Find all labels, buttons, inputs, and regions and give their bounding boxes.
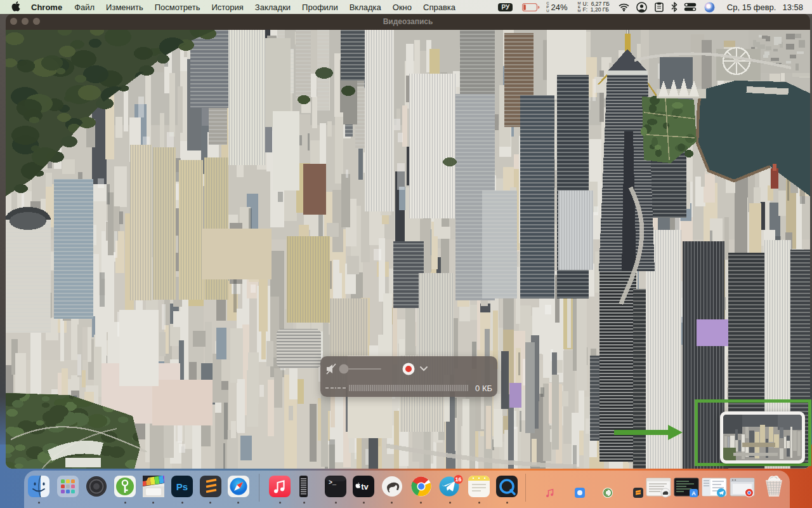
svg-text:tv: tv — [361, 482, 369, 491]
svg-text:A: A — [691, 490, 696, 497]
svg-text:Ps: Ps — [176, 481, 188, 492]
svg-text:>_: >_ — [329, 479, 337, 486]
svg-text:16: 16 — [455, 476, 461, 483]
svg-text:0 КБ: 0 КБ — [475, 384, 492, 393]
